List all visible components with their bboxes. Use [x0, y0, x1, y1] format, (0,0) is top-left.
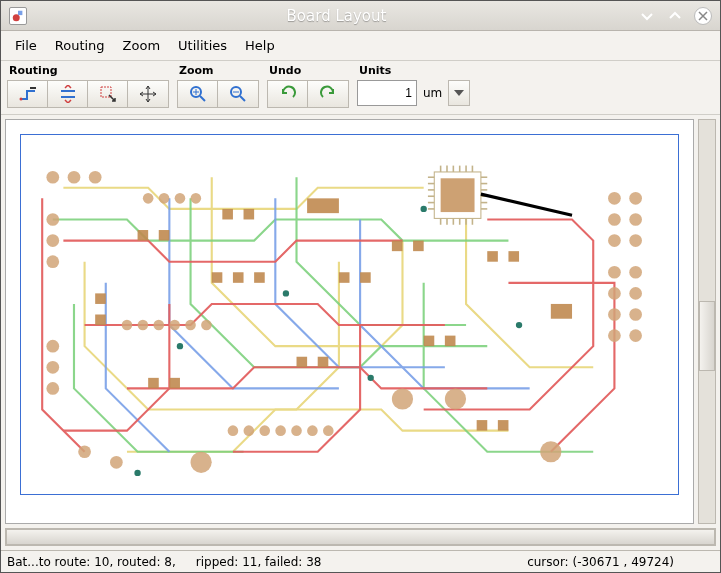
svg-point-82	[420, 206, 426, 212]
menu-file[interactable]: File	[7, 35, 45, 56]
svg-point-19	[629, 213, 642, 226]
svg-point-50	[191, 452, 212, 473]
svg-rect-75	[95, 315, 106, 326]
svg-point-51	[78, 445, 91, 458]
units-value-input[interactable]	[357, 80, 417, 106]
svg-point-8	[68, 171, 81, 184]
svg-point-83	[516, 322, 522, 328]
svg-rect-64	[508, 251, 519, 262]
svg-rect-53	[138, 230, 149, 241]
svg-point-44	[159, 193, 170, 204]
svg-point-40	[291, 425, 302, 436]
svg-rect-62	[360, 272, 371, 283]
svg-point-0	[13, 14, 20, 21]
svg-point-27	[629, 308, 642, 321]
menu-utilities[interactable]: Utilities	[170, 35, 235, 56]
svg-point-16	[608, 192, 621, 205]
close-button[interactable]	[694, 7, 712, 25]
svg-rect-56	[244, 209, 255, 220]
svg-point-39	[275, 425, 286, 436]
statusbar: Bat...to route: 10, routed: 8, ripped: 1…	[1, 550, 720, 572]
svg-point-31	[138, 320, 149, 331]
units-dropdown-button[interactable]	[448, 80, 470, 106]
pcb-view	[21, 135, 678, 494]
board-outline	[20, 134, 679, 495]
svg-point-81	[134, 470, 140, 476]
app-window: Board Layout File Routing Zoom Utilities…	[0, 0, 721, 573]
menu-help[interactable]: Help	[237, 35, 283, 56]
svg-rect-54	[159, 230, 170, 241]
svg-point-43	[143, 193, 154, 204]
qfp-chip	[428, 166, 487, 225]
svg-rect-76	[392, 241, 403, 252]
toolbar-label-undo: Undo	[267, 63, 349, 80]
svg-rect-61	[339, 272, 350, 283]
toolbar-label-routing: Routing	[7, 63, 169, 80]
zoom-in-button[interactable]	[178, 81, 218, 107]
svg-point-35	[201, 320, 212, 331]
svg-rect-71	[445, 336, 456, 347]
svg-rect-55	[222, 209, 233, 220]
svg-point-23	[629, 266, 642, 279]
work-area	[1, 114, 720, 528]
move-tool-button[interactable]	[128, 81, 168, 107]
svg-point-42	[323, 425, 334, 436]
undo-button[interactable]	[268, 81, 308, 107]
menu-routing[interactable]: Routing	[47, 35, 113, 56]
svg-point-47	[392, 388, 413, 409]
svg-rect-72	[477, 420, 488, 431]
select-tool-button[interactable]	[88, 81, 128, 107]
toolbar-group-units: Units um	[357, 63, 470, 108]
toolbar-label-zoom: Zoom	[177, 63, 259, 80]
canvas[interactable]	[5, 119, 694, 524]
svg-point-80	[368, 375, 374, 381]
svg-point-20	[608, 234, 621, 247]
svg-rect-69	[318, 357, 329, 368]
svg-point-30	[122, 320, 133, 331]
svg-point-22	[608, 266, 621, 279]
app-icon	[9, 7, 27, 25]
svg-rect-77	[413, 241, 424, 252]
svg-point-21	[629, 234, 642, 247]
svg-point-79	[283, 290, 289, 296]
redo-button[interactable]	[308, 81, 348, 107]
svg-point-37	[244, 425, 255, 436]
svg-point-46	[191, 193, 202, 204]
svg-point-17	[629, 192, 642, 205]
svg-point-15	[46, 382, 59, 395]
toolbar-group-zoom: Zoom	[177, 63, 259, 108]
svg-point-18	[608, 213, 621, 226]
zoom-out-button[interactable]	[218, 81, 258, 107]
svg-rect-63	[487, 251, 498, 262]
svg-point-11	[46, 234, 59, 247]
vertical-scrollbar[interactable]	[698, 119, 716, 524]
svg-point-36	[228, 425, 239, 436]
svg-point-2	[19, 98, 22, 101]
menu-zoom[interactable]: Zoom	[115, 35, 168, 56]
svg-rect-66	[148, 378, 159, 389]
airwire	[481, 194, 572, 215]
toolbar-group-routing: Routing	[7, 63, 169, 108]
window-title: Board Layout	[35, 7, 638, 25]
svg-point-38	[259, 425, 270, 436]
svg-rect-70	[424, 336, 435, 347]
svg-point-41	[307, 425, 318, 436]
svg-rect-1	[18, 10, 22, 14]
svg-point-52	[110, 456, 123, 469]
minimize-button[interactable]	[638, 7, 656, 25]
svg-point-7	[46, 171, 59, 184]
svg-rect-85	[441, 178, 475, 212]
svg-point-48	[445, 388, 466, 409]
svg-point-13	[46, 340, 59, 353]
svg-point-32	[153, 320, 164, 331]
status-batch: Bat...to route: 10, routed: 8,	[7, 555, 176, 569]
drag-tool-button[interactable]	[48, 81, 88, 107]
svg-point-12	[46, 255, 59, 268]
route-tool-button[interactable]	[8, 81, 48, 107]
svg-point-14	[46, 361, 59, 374]
status-ripped: ripped: 11, failed: 38	[196, 555, 322, 569]
toolbar-label-units: Units	[357, 63, 470, 80]
svg-point-9	[89, 171, 102, 184]
maximize-button[interactable]	[666, 7, 684, 25]
horizontal-scrollbar[interactable]	[5, 528, 716, 546]
